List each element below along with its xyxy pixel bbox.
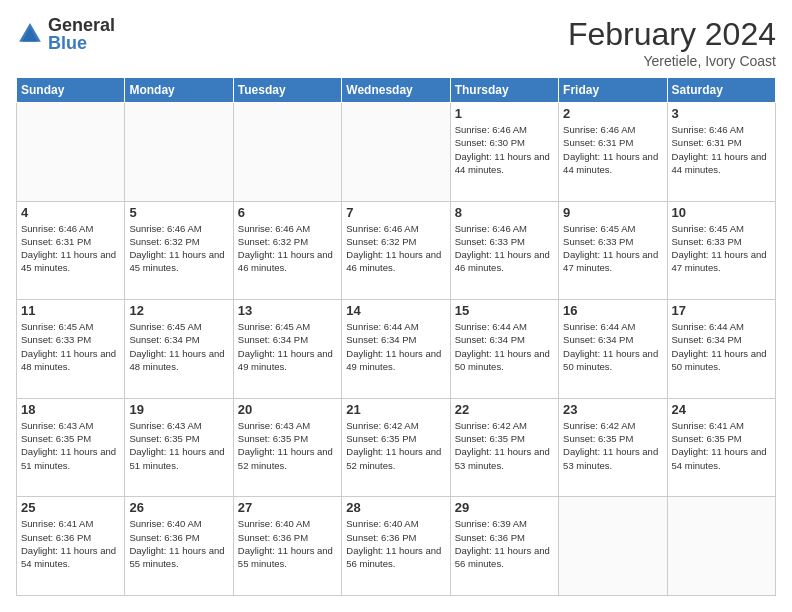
header: General Blue February 2024 Yeretiele, Iv… xyxy=(16,16,776,69)
day-info: Sunrise: 6:41 AM Sunset: 6:35 PM Dayligh… xyxy=(672,419,771,472)
day-info: Sunrise: 6:45 AM Sunset: 6:34 PM Dayligh… xyxy=(238,320,337,373)
day-number: 19 xyxy=(129,402,228,417)
calendar-cell xyxy=(125,103,233,202)
calendar-title: February 2024 xyxy=(568,16,776,53)
day-number: 25 xyxy=(21,500,120,515)
day-number: 8 xyxy=(455,205,554,220)
day-number: 22 xyxy=(455,402,554,417)
calendar-cell: 18Sunrise: 6:43 AM Sunset: 6:35 PM Dayli… xyxy=(17,398,125,497)
day-info: Sunrise: 6:46 AM Sunset: 6:32 PM Dayligh… xyxy=(346,222,445,275)
calendar-cell: 2Sunrise: 6:46 AM Sunset: 6:31 PM Daylig… xyxy=(559,103,667,202)
week-row-1: 4Sunrise: 6:46 AM Sunset: 6:31 PM Daylig… xyxy=(17,201,776,300)
day-info: Sunrise: 6:42 AM Sunset: 6:35 PM Dayligh… xyxy=(563,419,662,472)
day-info: Sunrise: 6:46 AM Sunset: 6:31 PM Dayligh… xyxy=(672,123,771,176)
calendar-cell: 26Sunrise: 6:40 AM Sunset: 6:36 PM Dayli… xyxy=(125,497,233,596)
weekday-saturday: Saturday xyxy=(667,78,775,103)
logo-blue-text: Blue xyxy=(48,33,87,53)
day-number: 10 xyxy=(672,205,771,220)
calendar-cell xyxy=(342,103,450,202)
calendar-cell: 17Sunrise: 6:44 AM Sunset: 6:34 PM Dayli… xyxy=(667,300,775,399)
calendar-cell: 10Sunrise: 6:45 AM Sunset: 6:33 PM Dayli… xyxy=(667,201,775,300)
day-info: Sunrise: 6:46 AM Sunset: 6:30 PM Dayligh… xyxy=(455,123,554,176)
calendar-cell: 19Sunrise: 6:43 AM Sunset: 6:35 PM Dayli… xyxy=(125,398,233,497)
day-info: Sunrise: 6:46 AM Sunset: 6:31 PM Dayligh… xyxy=(21,222,120,275)
day-info: Sunrise: 6:45 AM Sunset: 6:33 PM Dayligh… xyxy=(21,320,120,373)
calendar-cell: 6Sunrise: 6:46 AM Sunset: 6:32 PM Daylig… xyxy=(233,201,341,300)
day-info: Sunrise: 6:43 AM Sunset: 6:35 PM Dayligh… xyxy=(129,419,228,472)
calendar-cell: 24Sunrise: 6:41 AM Sunset: 6:35 PM Dayli… xyxy=(667,398,775,497)
weekday-sunday: Sunday xyxy=(17,78,125,103)
weekday-thursday: Thursday xyxy=(450,78,558,103)
page: General Blue February 2024 Yeretiele, Iv… xyxy=(0,0,792,612)
day-number: 12 xyxy=(129,303,228,318)
day-number: 15 xyxy=(455,303,554,318)
day-number: 4 xyxy=(21,205,120,220)
calendar-cell: 22Sunrise: 6:42 AM Sunset: 6:35 PM Dayli… xyxy=(450,398,558,497)
day-info: Sunrise: 6:40 AM Sunset: 6:36 PM Dayligh… xyxy=(346,517,445,570)
day-number: 7 xyxy=(346,205,445,220)
weekday-header-row: SundayMondayTuesdayWednesdayThursdayFrid… xyxy=(17,78,776,103)
calendar-table: SundayMondayTuesdayWednesdayThursdayFrid… xyxy=(16,77,776,596)
calendar-cell: 21Sunrise: 6:42 AM Sunset: 6:35 PM Dayli… xyxy=(342,398,450,497)
calendar-cell: 12Sunrise: 6:45 AM Sunset: 6:34 PM Dayli… xyxy=(125,300,233,399)
calendar-cell: 28Sunrise: 6:40 AM Sunset: 6:36 PM Dayli… xyxy=(342,497,450,596)
day-info: Sunrise: 6:40 AM Sunset: 6:36 PM Dayligh… xyxy=(129,517,228,570)
day-number: 20 xyxy=(238,402,337,417)
logo-general-text: General xyxy=(48,15,115,35)
day-number: 16 xyxy=(563,303,662,318)
calendar-cell: 4Sunrise: 6:46 AM Sunset: 6:31 PM Daylig… xyxy=(17,201,125,300)
day-number: 23 xyxy=(563,402,662,417)
calendar-cell: 7Sunrise: 6:46 AM Sunset: 6:32 PM Daylig… xyxy=(342,201,450,300)
day-number: 24 xyxy=(672,402,771,417)
day-number: 13 xyxy=(238,303,337,318)
weekday-friday: Friday xyxy=(559,78,667,103)
title-block: February 2024 Yeretiele, Ivory Coast xyxy=(568,16,776,69)
calendar-cell: 15Sunrise: 6:44 AM Sunset: 6:34 PM Dayli… xyxy=(450,300,558,399)
day-number: 3 xyxy=(672,106,771,121)
day-info: Sunrise: 6:44 AM Sunset: 6:34 PM Dayligh… xyxy=(455,320,554,373)
calendar-cell xyxy=(667,497,775,596)
day-number: 1 xyxy=(455,106,554,121)
weekday-wednesday: Wednesday xyxy=(342,78,450,103)
week-row-4: 25Sunrise: 6:41 AM Sunset: 6:36 PM Dayli… xyxy=(17,497,776,596)
day-number: 6 xyxy=(238,205,337,220)
day-info: Sunrise: 6:46 AM Sunset: 6:31 PM Dayligh… xyxy=(563,123,662,176)
day-number: 29 xyxy=(455,500,554,515)
day-info: Sunrise: 6:44 AM Sunset: 6:34 PM Dayligh… xyxy=(346,320,445,373)
day-info: Sunrise: 6:45 AM Sunset: 6:33 PM Dayligh… xyxy=(563,222,662,275)
logo-icon xyxy=(16,20,44,48)
day-number: 17 xyxy=(672,303,771,318)
day-info: Sunrise: 6:42 AM Sunset: 6:35 PM Dayligh… xyxy=(346,419,445,472)
day-info: Sunrise: 6:44 AM Sunset: 6:34 PM Dayligh… xyxy=(563,320,662,373)
week-row-0: 1Sunrise: 6:46 AM Sunset: 6:30 PM Daylig… xyxy=(17,103,776,202)
day-info: Sunrise: 6:40 AM Sunset: 6:36 PM Dayligh… xyxy=(238,517,337,570)
weekday-monday: Monday xyxy=(125,78,233,103)
day-info: Sunrise: 6:43 AM Sunset: 6:35 PM Dayligh… xyxy=(21,419,120,472)
calendar-cell xyxy=(559,497,667,596)
day-number: 18 xyxy=(21,402,120,417)
calendar-cell: 8Sunrise: 6:46 AM Sunset: 6:33 PM Daylig… xyxy=(450,201,558,300)
calendar-cell: 14Sunrise: 6:44 AM Sunset: 6:34 PM Dayli… xyxy=(342,300,450,399)
day-number: 26 xyxy=(129,500,228,515)
day-number: 14 xyxy=(346,303,445,318)
weekday-tuesday: Tuesday xyxy=(233,78,341,103)
day-info: Sunrise: 6:42 AM Sunset: 6:35 PM Dayligh… xyxy=(455,419,554,472)
day-info: Sunrise: 6:46 AM Sunset: 6:32 PM Dayligh… xyxy=(238,222,337,275)
week-row-2: 11Sunrise: 6:45 AM Sunset: 6:33 PM Dayli… xyxy=(17,300,776,399)
calendar-cell: 1Sunrise: 6:46 AM Sunset: 6:30 PM Daylig… xyxy=(450,103,558,202)
day-info: Sunrise: 6:43 AM Sunset: 6:35 PM Dayligh… xyxy=(238,419,337,472)
day-info: Sunrise: 6:45 AM Sunset: 6:33 PM Dayligh… xyxy=(672,222,771,275)
logo: General Blue xyxy=(16,16,115,52)
day-number: 28 xyxy=(346,500,445,515)
calendar-cell xyxy=(233,103,341,202)
calendar-cell: 9Sunrise: 6:45 AM Sunset: 6:33 PM Daylig… xyxy=(559,201,667,300)
day-info: Sunrise: 6:46 AM Sunset: 6:32 PM Dayligh… xyxy=(129,222,228,275)
day-number: 21 xyxy=(346,402,445,417)
day-number: 5 xyxy=(129,205,228,220)
day-number: 11 xyxy=(21,303,120,318)
calendar-cell: 11Sunrise: 6:45 AM Sunset: 6:33 PM Dayli… xyxy=(17,300,125,399)
calendar-cell: 27Sunrise: 6:40 AM Sunset: 6:36 PM Dayli… xyxy=(233,497,341,596)
day-info: Sunrise: 6:39 AM Sunset: 6:36 PM Dayligh… xyxy=(455,517,554,570)
calendar-cell: 13Sunrise: 6:45 AM Sunset: 6:34 PM Dayli… xyxy=(233,300,341,399)
calendar-cell: 25Sunrise: 6:41 AM Sunset: 6:36 PM Dayli… xyxy=(17,497,125,596)
